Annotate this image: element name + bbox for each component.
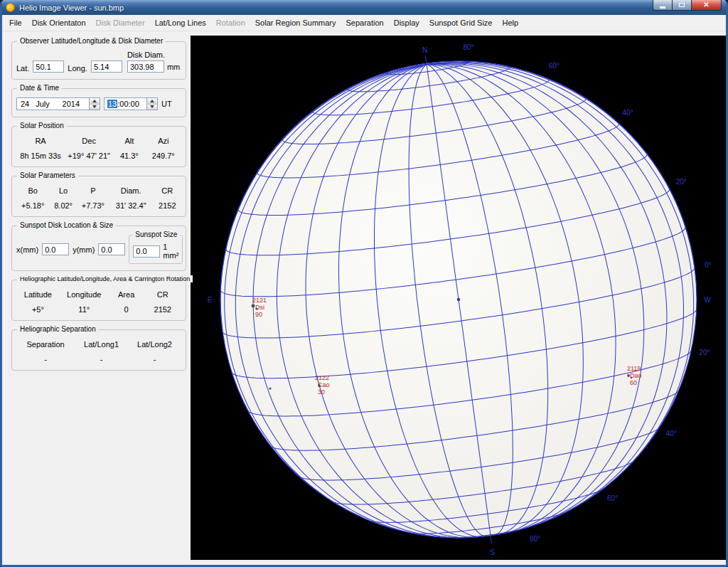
sunspot-speck: [255, 307, 257, 309]
helio-cr-value: 2152: [144, 305, 181, 314]
col-header: Lo: [49, 186, 77, 195]
y-mm-input[interactable]: [98, 243, 125, 255]
date-day[interactable]: 24: [21, 100, 29, 108]
col-header: RA: [16, 137, 65, 145]
compass-south-label: S: [490, 549, 495, 556]
bo-value: +5.18°: [16, 201, 49, 210]
time-rest[interactable]: :00:00: [117, 100, 139, 108]
observer-row: Lat. Long. Disk Diam. mm: [16, 51, 181, 73]
col-header: Latitude: [16, 290, 60, 299]
group-heliographic: Heliographic Latitude/Longitude, Area & …: [11, 280, 186, 321]
date-spin-down-button[interactable]: [90, 105, 100, 110]
sunspot-size-row: 1 mm²: [133, 243, 178, 260]
window-title: Helio Image Viewer - sun.bmp: [19, 4, 124, 12]
sunspot-number: 2122: [315, 374, 329, 381]
date-year[interactable]: 2014: [63, 100, 80, 108]
time-spin-up-button[interactable]: [147, 98, 157, 105]
sunspot-size-box: Sunspot Size 1 mm²: [129, 235, 183, 264]
helio-area-value: 0: [109, 305, 144, 314]
down-arrow-icon: [150, 105, 154, 108]
maximize-button[interactable]: [672, 0, 691, 11]
latitude-label: 40°: [666, 430, 677, 438]
minimize-icon: [660, 6, 665, 9]
col-header: Alt: [113, 137, 145, 145]
latitude-label: 20°: [699, 349, 710, 356]
time-spinner: [146, 98, 157, 110]
latitude-label: 0°: [705, 261, 712, 269]
heliographic-table: Latitude Longitude Area CR +5° 11° 0 215…: [16, 290, 181, 314]
time-hours-selected[interactable]: 13: [107, 100, 117, 108]
group-datetime-title: Date & Time: [17, 84, 62, 92]
close-button[interactable]: ✕: [691, 0, 722, 11]
latitude-label: 60°: [607, 494, 618, 502]
sunspot-row: x(mm) y(mm) Sunspot Size 1 mm²: [16, 235, 181, 264]
dec-value: +19° 47' 21": [65, 152, 113, 160]
image-viewport: 80°60°40°20°0°20°40°60°80°NSEW 2121Dsi90…: [191, 31, 726, 565]
date-picker[interactable]: 24 July 2014: [16, 97, 100, 110]
group-observer: Observer Latitude/Longitude & Disk Diame…: [11, 41, 186, 80]
sunspot-area: 30: [318, 388, 325, 396]
disk-diam-input[interactable]: [127, 60, 164, 73]
group-solar-parameters: Solar Parameters Bo Lo P Diam. CR +5.18°…: [11, 176, 186, 217]
group-separation: Heliographic Separation Separation Lat/L…: [11, 329, 186, 371]
cr-value: 2152: [154, 201, 181, 210]
title-bar[interactable]: Helio Image Viewer - sun.bmp ✕: [2, 0, 726, 15]
menu-item-separation[interactable]: Separation: [341, 16, 389, 29]
sunspot-number: 2119: [627, 365, 641, 372]
helio-latitude-value: +5°: [16, 305, 60, 314]
lat-label: Lat.: [16, 64, 29, 73]
compass-east-label: E: [208, 296, 213, 304]
group-datetime: Date & Time 24 July 2014 13 :00:00: [11, 88, 186, 117]
latitude-label: 80°: [463, 43, 473, 51]
close-icon: ✕: [703, 1, 709, 9]
menu-item-sunspot-grid-size[interactable]: Sunspot Grid Size: [424, 16, 498, 29]
ra-value: 8h 15m 33s: [16, 152, 65, 160]
group-solar-parameters-title: Solar Parameters: [17, 171, 78, 179]
menu-item-disk-orientaton[interactable]: Disk Orientaton: [27, 16, 91, 29]
group-heliographic-title: Heliographic Latitude/Longitude, Area & …: [17, 275, 193, 282]
sunspot-area: 60: [630, 379, 637, 386]
up-arrow-icon: [150, 100, 154, 102]
solar-image-view[interactable]: 80°60°40°20°0°20°40°60°80°NSEW 2121Dsi90…: [191, 36, 726, 560]
azi-value: 249.7°: [146, 152, 181, 160]
latitude-label: 80°: [530, 535, 540, 543]
col-header: Azi: [146, 137, 181, 145]
date-month[interactable]: July: [36, 100, 50, 108]
long-label: Long.: [68, 64, 87, 73]
menu-item-solar-region-summary[interactable]: Solar Region Summary: [250, 16, 341, 29]
compass-west-label: W: [704, 296, 711, 304]
lo-value: 8.02°: [49, 201, 77, 210]
date-spin-up-button[interactable]: [90, 98, 100, 105]
menu-item-display[interactable]: Display: [389, 16, 424, 29]
datetime-row: 24 July 2014 13 :00:00: [16, 97, 181, 110]
menu-bar: FileDisk OrientatonDisk DiameterLat/Long…: [2, 15, 726, 31]
disk-diam-unit: mm: [167, 63, 180, 71]
sunspot-size-input[interactable]: [133, 245, 160, 258]
menu-item-lat-long-lines[interactable]: Lat/Long Lines: [150, 16, 211, 29]
up-arrow-icon: [92, 100, 97, 102]
menu-item-disk-diameter: Disk Diameter: [91, 16, 150, 29]
menu-item-rotation: Rotation: [211, 16, 250, 29]
menu-item-file[interactable]: File: [4, 16, 27, 29]
time-picker[interactable]: 13 :00:00: [104, 97, 158, 110]
p-value: +7.73°: [77, 201, 109, 210]
col-header: Separation: [16, 340, 75, 349]
y-mm-label: y(mm): [73, 245, 95, 254]
col-header: Longitude: [60, 290, 109, 299]
latitude-label: 60°: [549, 62, 560, 70]
menu-item-help[interactable]: Help: [497, 16, 523, 29]
x-mm-input[interactable]: [42, 243, 69, 255]
maximize-icon: [679, 3, 685, 7]
group-solar-position: Solar Position RA Dec Alt Azi 8h 15m 33s…: [11, 126, 186, 167]
solar-position-table: RA Dec Alt Azi 8h 15m 33s +19° 47' 21" 4…: [16, 137, 181, 160]
x-mm-label: x(mm): [16, 245, 38, 254]
lat-input[interactable]: [33, 60, 64, 73]
long-input[interactable]: [91, 60, 122, 73]
time-spin-down-button[interactable]: [147, 105, 157, 110]
minimize-button[interactable]: [653, 0, 672, 11]
col-header: Dec: [65, 137, 113, 145]
down-arrow-icon: [92, 105, 97, 108]
col-header: Lat/Long2: [128, 340, 181, 349]
helio-longitude-value: 11°: [60, 305, 109, 314]
disk-diam-label: Disk Diam.: [127, 51, 165, 59]
